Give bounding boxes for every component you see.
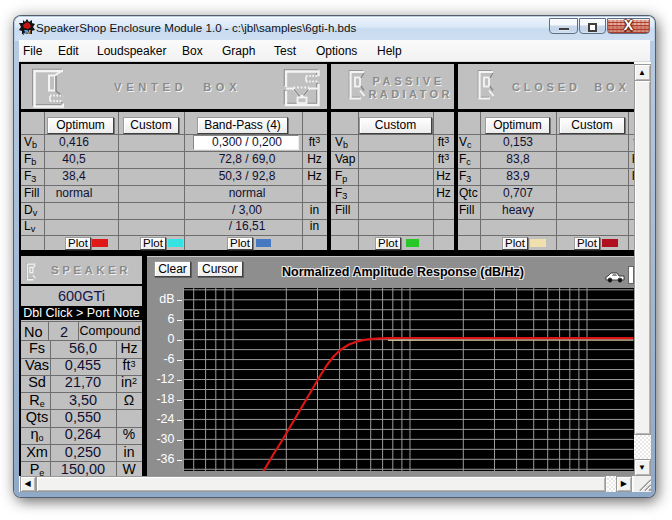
svg-text:JM: JM	[23, 29, 31, 35]
